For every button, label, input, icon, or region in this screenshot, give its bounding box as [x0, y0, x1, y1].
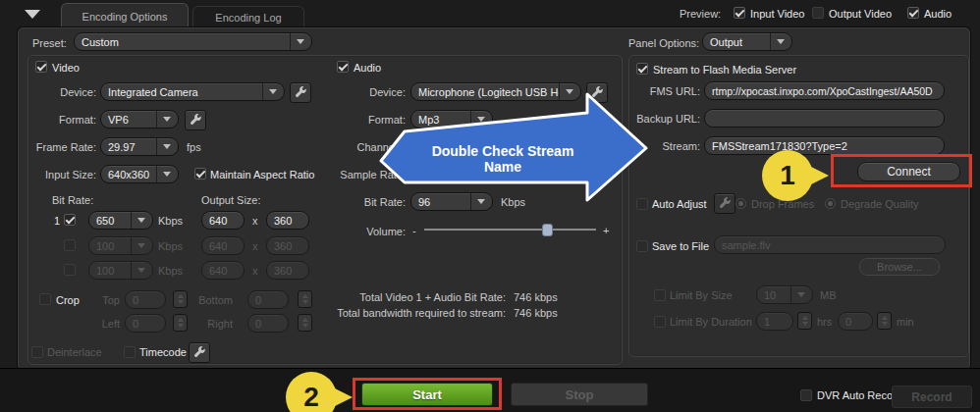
chevron-down-icon	[163, 144, 171, 149]
crop-left-input: 0	[125, 314, 166, 333]
crop-top-label: Top	[81, 293, 120, 307]
timecode-checkbox[interactable]	[124, 346, 136, 358]
output-width-row3: 640	[201, 261, 245, 280]
frame-rate-unit: fps	[187, 140, 201, 154]
output-height-row2: 360	[266, 236, 309, 255]
fmle-window: Encoding Options Encoding Log Preview: I…	[0, 0, 980, 412]
audio-bitrate-value: 96	[411, 196, 470, 208]
panel-options-value: Output	[703, 36, 770, 48]
wrench-icon	[193, 346, 206, 359]
audio-channels-label: Channels:	[329, 140, 406, 154]
drop-frames-radio	[735, 198, 746, 209]
save-to-file-checkbox[interactable]	[636, 240, 648, 252]
bitrate-row2-dropdown: 100	[88, 236, 153, 255]
crop-right-input: 0	[247, 314, 289, 333]
panel-menu-icon[interactable]	[25, 10, 40, 19]
backup-url-label: Backup URL:	[624, 112, 700, 126]
fms-url-value: rtmp://xpocast.inxpo.com/XpoCastIngest/A…	[705, 85, 944, 97]
preview-output-video-checkbox[interactable]	[812, 7, 824, 19]
duration-hrs-stepper	[797, 312, 812, 330]
deinterlace-checkbox	[31, 346, 43, 358]
audio-checkbox[interactable]	[337, 61, 349, 73]
limit-size-label: Limit By Size	[670, 288, 733, 302]
audio-device-dropdown[interactable]: Microphone (Logitech USB Head	[410, 82, 581, 101]
sample-rate-label: Sample Rate:	[329, 168, 406, 181]
auto-adjust-settings-button	[714, 193, 735, 214]
audio-format-dropdown[interactable]: Mp3	[410, 110, 493, 129]
balloon-tip	[805, 164, 829, 187]
preset-dropdown[interactable]: Custom	[74, 32, 312, 51]
preset-value: Custom	[75, 36, 290, 48]
panel-options-dropdown[interactable]: Output	[702, 32, 792, 51]
fms-url-label: FMS URL:	[624, 84, 700, 98]
volume-slider-handle[interactable]	[542, 224, 553, 236]
volume-plus: +	[603, 224, 609, 237]
video-device-dropdown[interactable]: Integrated Camera	[100, 82, 285, 101]
output-height-row1[interactable]: 360	[266, 211, 309, 230]
maintain-aspect-checkbox[interactable]	[194, 168, 206, 180]
stream-to-fms-label: Stream to Flash Media Server	[653, 63, 796, 77]
volume-slider-track[interactable]	[424, 229, 596, 231]
bitrate-row3-dropdown: 100	[88, 261, 153, 280]
stream-name-input[interactable]: FMSStream171830?Type=2	[704, 136, 945, 155]
chevron-down-icon	[269, 89, 277, 94]
limit-duration-checkbox	[654, 316, 666, 328]
bitrate-row1-unit: Kbps	[158, 214, 183, 228]
output-size-header: Output Size:	[201, 193, 261, 207]
preview-audio-checkbox[interactable]	[907, 7, 919, 19]
limit-duration-label: Limit By Duration	[670, 315, 752, 329]
video-checkbox[interactable]	[35, 61, 47, 73]
crop-left-stepper	[173, 314, 188, 332]
tab-encoding-log[interactable]: Encoding Log	[192, 6, 304, 28]
video-format-dropdown[interactable]: VP6	[100, 110, 179, 129]
preview-label: Preview:	[680, 7, 721, 21]
auto-adjust-checkbox[interactable]	[636, 198, 648, 210]
crop-checkbox[interactable]	[39, 293, 51, 305]
maintain-aspect-label: Maintain Aspect Ratio	[210, 168, 314, 181]
bitrate-row1-checkbox[interactable]	[64, 214, 76, 226]
connect-highlight-rect	[831, 154, 972, 187]
bitrate-row-index: 1	[54, 214, 60, 228]
crop-label: Crop	[56, 293, 80, 307]
preview-output-video-label: Output Video	[829, 7, 892, 21]
video-bitrate-header: Bit Rate:	[52, 193, 93, 207]
audio-device-settings-button[interactable]	[586, 82, 608, 103]
duration-hrs-unit: hrs	[817, 315, 832, 329]
total-bitrate-label: Total Video 1 + Audio Bit Rate:	[299, 290, 506, 304]
video-device-settings-button[interactable]	[290, 82, 311, 103]
bitrate-row3-checkbox	[64, 264, 76, 276]
duration-min-unit: min	[897, 315, 914, 329]
tab-encoding-log-label: Encoding Log	[215, 12, 281, 24]
degrade-quality-radio	[825, 198, 836, 209]
start-highlight-rect	[353, 378, 502, 410]
step1-balloon: 1	[762, 150, 813, 201]
chevron-down-icon	[477, 117, 485, 122]
save-file-input: sample.flv	[714, 235, 946, 254]
audio-bitrate-dropdown[interactable]: 96	[410, 192, 493, 211]
audio-format-label: Format:	[329, 113, 406, 127]
preview-input-video-label: Input Video	[750, 7, 804, 21]
dvr-auto-record-checkbox[interactable]	[800, 389, 812, 401]
duration-min-input: 0	[838, 312, 873, 331]
audio-device-value: Microphone (Logitech USB Head	[411, 86, 559, 98]
input-size-dropdown[interactable]: 640x360	[100, 165, 179, 183]
limit-size-unit: MB	[820, 288, 837, 302]
audio-bitrate-unit: Kbps	[501, 195, 525, 209]
timecode-settings-button[interactable]	[189, 342, 210, 363]
bitrate-row1-dropdown[interactable]: 650	[88, 211, 153, 230]
stream-to-fms-checkbox[interactable]	[636, 63, 648, 75]
preview-input-video-checkbox[interactable]	[734, 7, 745, 19]
chevron-down-icon	[137, 268, 145, 273]
fms-url-input[interactable]: rtmp://xpocast.inxpo.com/XpoCastIngest/A…	[704, 81, 945, 100]
input-size-value: 640x360	[101, 169, 156, 180]
limit-size-checkbox	[654, 289, 666, 301]
output-width-row1[interactable]: 640	[201, 211, 245, 230]
frame-rate-dropdown[interactable]: 29.97	[100, 137, 179, 156]
video-device-value: Integrated Camera	[101, 86, 262, 98]
input-size-label: Input Size:	[20, 168, 96, 181]
backup-url-input[interactable]	[704, 109, 945, 128]
video-format-label: Format:	[20, 113, 96, 127]
tab-encoding-options[interactable]: Encoding Options	[61, 3, 189, 28]
video-format-settings-button[interactable]	[185, 110, 206, 130]
chevron-down-icon	[477, 199, 485, 204]
